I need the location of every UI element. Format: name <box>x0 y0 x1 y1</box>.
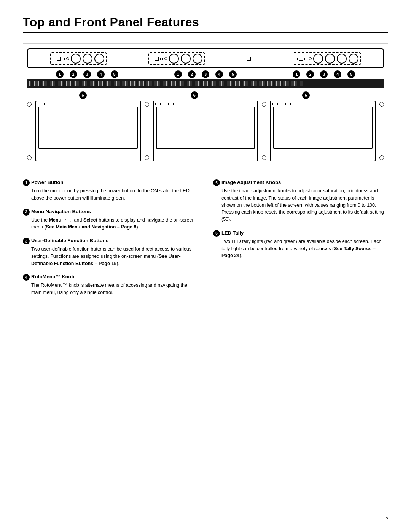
small-button-6 <box>160 58 163 60</box>
badge-1c: 1 <box>293 70 300 78</box>
desc-title-4: 4 RotoMenu™ Knob <box>23 274 198 281</box>
badge-4c: 4 <box>334 70 341 78</box>
badge-4b: 4 <box>215 70 223 78</box>
desc-badge-4: 4 <box>23 274 30 281</box>
num-section-3: 1 2 3 4 5 <box>290 70 358 78</box>
screen-top-3 <box>272 103 373 105</box>
desc-body-5: Use the image adjustment knobs to adjust… <box>213 187 388 223</box>
desc-title-6: 6 LED Tally <box>213 230 388 237</box>
desc-title-text-3: User-Definable Function Buttons <box>31 238 108 243</box>
screen-display-2 <box>156 107 255 149</box>
screen-rects-3 <box>272 103 291 105</box>
knob-5 <box>181 54 191 64</box>
badge-4a: 4 <box>97 70 105 78</box>
knob-3 <box>94 54 104 64</box>
screen-unit-2 <box>153 101 258 161</box>
badge-3c: 3 <box>320 70 328 78</box>
badge6-row: 6 6 6 <box>27 91 384 99</box>
desc-title-1: 1 Power Button <box>23 179 198 186</box>
front-panel <box>27 101 384 161</box>
corner-circle-br3 <box>379 155 384 160</box>
knob-1 <box>71 54 81 64</box>
knob-group-3 <box>313 54 358 64</box>
desc-item-5: 5 Image Adjustment Knobs Use the image a… <box>213 179 388 223</box>
screen-rects-2 <box>155 103 174 105</box>
desc-badge-2: 2 <box>23 209 30 216</box>
badge-2c: 2 <box>306 70 314 78</box>
screen-rect-3c <box>285 103 291 105</box>
screen-top-1 <box>38 103 139 105</box>
corner-circle-tr1 <box>145 102 149 107</box>
small-button-2 <box>57 57 61 61</box>
desc-item-2: 2 Menu Navigation Buttons Use the Menu, … <box>23 209 198 231</box>
knob-7 <box>313 54 323 64</box>
knob-10 <box>349 54 358 64</box>
page-title: Top and Front Panel Features <box>23 15 388 29</box>
knob-4 <box>169 54 179 64</box>
desc-body-2: Use the Menu, ↑, ↓, and Select buttons t… <box>23 217 198 231</box>
screen-rect-2c <box>168 103 174 105</box>
desc-body-4: The RotoMenu™ knob is alternate means of… <box>23 282 198 296</box>
desc-item-1: 1 Power Button Turn the monitor on by pr… <box>23 179 198 202</box>
screen-unit-3 <box>270 101 376 161</box>
top-panel <box>27 48 384 68</box>
desc-title-3: 3 User-Definable Function Buttons <box>23 238 198 244</box>
panel-section-3 <box>293 52 361 65</box>
fader-strip: // Inline fader ticks generation const f… <box>27 79 384 88</box>
screen-display-1 <box>38 107 138 149</box>
desc-title-5: 5 Image Adjustment Knobs <box>213 179 388 186</box>
desc-title-2: 2 Menu Navigation Buttons <box>23 209 198 216</box>
small-button-4 <box>151 58 153 60</box>
small-button-1 <box>53 58 55 60</box>
knob-group-1 <box>71 54 104 64</box>
corner-circle-tr2 <box>262 102 266 107</box>
desc-item-4: 4 RotoMenu™ Knob The RotoMenu™ knob is a… <box>23 274 198 296</box>
badge-5b: 5 <box>229 70 237 78</box>
small-button-7 <box>295 58 298 60</box>
badge-2a: 2 <box>70 70 77 78</box>
screen-rect-1b <box>44 103 49 105</box>
knob-8 <box>325 54 335 64</box>
knob-2 <box>83 54 92 64</box>
page-number: 5 <box>386 515 388 521</box>
badge-2b: 2 <box>188 70 196 78</box>
desc-badge-1: 1 <box>23 179 30 186</box>
badge6-unit-1: 6 <box>27 91 139 99</box>
small-circle-2 <box>164 57 167 60</box>
title-divider <box>23 32 388 33</box>
badge-6b: 6 <box>191 91 198 99</box>
screen-rect-2a <box>155 103 161 105</box>
desc-title-text-6: LED Tally <box>221 230 244 236</box>
screen-display-3 <box>273 107 373 149</box>
small-button-9 <box>304 58 307 60</box>
desc-col-right: 5 Image Adjustment Knobs Use the image a… <box>213 179 388 303</box>
desc-title-text-5: Image Adjustment Knobs <box>221 179 281 185</box>
small-button-3 <box>62 58 65 60</box>
badge6-unit-2: 6 <box>139 91 250 99</box>
small-circle-3 <box>309 57 312 60</box>
badge-3a: 3 <box>83 70 91 78</box>
knob-6 <box>193 54 202 64</box>
diagram-area: 1 2 3 4 5 1 2 3 4 5 1 2 3 4 5 // Inline … <box>23 43 388 168</box>
desc-badge-6: 6 <box>213 230 220 237</box>
panel-section-1 <box>50 52 107 65</box>
corner-circle-bl <box>27 155 32 160</box>
screen-rect-2b <box>162 103 167 105</box>
screen-rect-1a <box>38 103 43 105</box>
desc-title-text-1: Power Button <box>31 179 64 185</box>
corner-circle-tl <box>27 102 32 107</box>
badge-5a: 5 <box>111 70 118 78</box>
num-section-1: 1 2 3 4 5 <box>53 70 121 78</box>
corner-circle-br2 <box>262 155 266 160</box>
number-row-top: 1 2 3 4 5 1 2 3 4 5 1 2 3 4 5 <box>27 70 384 78</box>
badge6-unit-3: 6 <box>250 91 362 99</box>
screen-top-2 <box>155 103 256 105</box>
badge-5c: 5 <box>347 70 355 78</box>
desc-title-text-4: RotoMenu™ Knob <box>31 274 74 280</box>
badge-6c: 6 <box>302 91 310 99</box>
desc-badge-5: 5 <box>213 179 220 186</box>
badge-1b: 1 <box>174 70 182 78</box>
panel-section-2 <box>148 52 205 65</box>
corner-circle-br1 <box>145 155 149 160</box>
num-section-2: 1 2 3 4 5 <box>171 70 240 78</box>
